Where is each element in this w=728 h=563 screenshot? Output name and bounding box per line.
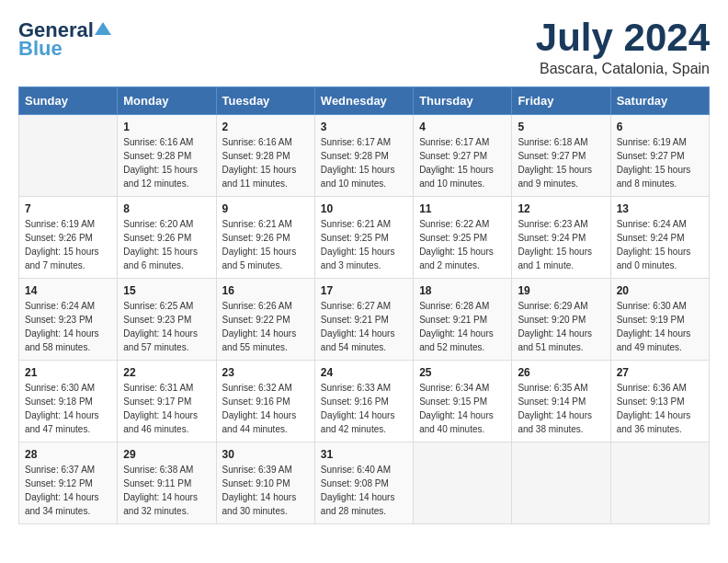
calendar-week-1: 1Sunrise: 6:16 AM Sunset: 9:28 PM Daylig… — [19, 115, 710, 197]
table-row: 24Sunrise: 6:33 AM Sunset: 9:16 PM Dayli… — [314, 361, 413, 442]
col-friday: Friday — [512, 87, 610, 115]
day-number: 11 — [419, 202, 506, 215]
day-number: 30 — [222, 448, 309, 461]
day-info: Sunrise: 6:30 AM Sunset: 9:19 PM Dayligh… — [617, 299, 703, 354]
table-row: 6Sunrise: 6:19 AM Sunset: 9:27 PM Daylig… — [610, 115, 709, 197]
header-row: Sunday Monday Tuesday Wednesday Thursday… — [19, 87, 710, 115]
col-monday: Monday — [118, 87, 216, 115]
day-info: Sunrise: 6:25 AM Sunset: 9:23 PM Dayligh… — [123, 299, 210, 354]
calendar-week-2: 7Sunrise: 6:19 AM Sunset: 9:26 PM Daylig… — [19, 197, 710, 279]
table-row: 22Sunrise: 6:31 AM Sunset: 9:17 PM Dayli… — [118, 361, 216, 442]
day-info: Sunrise: 6:35 AM Sunset: 9:14 PM Dayligh… — [518, 381, 604, 436]
table-row: 8Sunrise: 6:20 AM Sunset: 9:26 PM Daylig… — [118, 197, 216, 279]
day-info: Sunrise: 6:32 AM Sunset: 9:16 PM Dayligh… — [222, 381, 309, 436]
col-sunday: Sunday — [19, 87, 118, 115]
day-info: Sunrise: 6:21 AM Sunset: 9:26 PM Dayligh… — [222, 217, 309, 272]
day-number: 21 — [25, 366, 111, 379]
svg-marker-0 — [95, 22, 111, 35]
page-header: General Blue July 2024 Bascara, Cataloni… — [18, 18, 710, 77]
day-number: 17 — [321, 284, 407, 297]
day-number: 19 — [518, 284, 604, 297]
col-wednesday: Wednesday — [314, 87, 413, 115]
day-info: Sunrise: 6:28 AM Sunset: 9:21 PM Dayligh… — [419, 299, 506, 354]
day-number: 27 — [617, 366, 703, 379]
day-info: Sunrise: 6:29 AM Sunset: 9:20 PM Dayligh… — [518, 299, 604, 354]
table-row: 13Sunrise: 6:24 AM Sunset: 9:24 PM Dayli… — [610, 197, 709, 279]
day-number: 18 — [419, 284, 506, 297]
day-number: 23 — [222, 366, 309, 379]
day-number: 6 — [617, 121, 703, 133]
day-info: Sunrise: 6:26 AM Sunset: 9:22 PM Dayligh… — [222, 299, 309, 354]
table-row: 9Sunrise: 6:21 AM Sunset: 9:26 PM Daylig… — [216, 197, 314, 279]
day-number: 8 — [123, 202, 210, 215]
calendar-week-5: 28Sunrise: 6:37 AM Sunset: 9:12 PM Dayli… — [19, 442, 710, 524]
day-info: Sunrise: 6:17 AM Sunset: 9:28 PM Dayligh… — [321, 135, 407, 190]
day-info: Sunrise: 6:18 AM Sunset: 9:27 PM Dayligh… — [518, 135, 604, 190]
day-number: 25 — [419, 366, 506, 379]
table-row: 21Sunrise: 6:30 AM Sunset: 9:18 PM Dayli… — [19, 361, 118, 442]
table-row: 2Sunrise: 6:16 AM Sunset: 9:28 PM Daylig… — [216, 115, 314, 197]
day-info: Sunrise: 6:16 AM Sunset: 9:28 PM Dayligh… — [222, 135, 309, 190]
day-info: Sunrise: 6:17 AM Sunset: 9:27 PM Dayligh… — [419, 135, 506, 190]
table-row: 12Sunrise: 6:23 AM Sunset: 9:24 PM Dayli… — [512, 197, 610, 279]
day-number: 24 — [321, 366, 407, 379]
day-number: 13 — [617, 202, 703, 215]
day-number: 5 — [518, 121, 604, 133]
title-block: July 2024 Bascara, Catalonia, Spain — [536, 18, 710, 77]
day-info: Sunrise: 6:24 AM Sunset: 9:23 PM Dayligh… — [25, 299, 111, 354]
table-row: 11Sunrise: 6:22 AM Sunset: 9:25 PM Dayli… — [414, 197, 512, 279]
table-row: 26Sunrise: 6:35 AM Sunset: 9:14 PM Dayli… — [512, 361, 610, 442]
col-saturday: Saturday — [610, 87, 709, 115]
day-info: Sunrise: 6:34 AM Sunset: 9:15 PM Dayligh… — [419, 381, 506, 436]
table-row: 4Sunrise: 6:17 AM Sunset: 9:27 PM Daylig… — [414, 115, 512, 197]
day-info: Sunrise: 6:22 AM Sunset: 9:25 PM Dayligh… — [419, 217, 506, 272]
day-info: Sunrise: 6:20 AM Sunset: 9:26 PM Dayligh… — [123, 217, 210, 272]
logo-icon — [95, 20, 111, 37]
day-number: 20 — [617, 284, 703, 297]
day-number: 2 — [222, 121, 309, 133]
day-number: 16 — [222, 284, 309, 297]
table-row: 31Sunrise: 6:40 AM Sunset: 9:08 PM Dayli… — [314, 442, 413, 524]
day-number: 31 — [321, 448, 407, 461]
table-row — [512, 442, 610, 524]
table-row: 5Sunrise: 6:18 AM Sunset: 9:27 PM Daylig… — [512, 115, 610, 197]
day-info: Sunrise: 6:40 AM Sunset: 9:08 PM Dayligh… — [321, 463, 407, 518]
calendar-week-4: 21Sunrise: 6:30 AM Sunset: 9:18 PM Dayli… — [19, 361, 710, 442]
table-row — [19, 115, 118, 197]
day-info: Sunrise: 6:30 AM Sunset: 9:18 PM Dayligh… — [25, 381, 111, 436]
day-info: Sunrise: 6:21 AM Sunset: 9:25 PM Dayligh… — [321, 217, 407, 272]
day-number: 4 — [419, 121, 506, 133]
day-info: Sunrise: 6:27 AM Sunset: 9:21 PM Dayligh… — [321, 299, 407, 354]
table-row — [414, 442, 512, 524]
day-number: 9 — [222, 202, 309, 215]
table-row: 20Sunrise: 6:30 AM Sunset: 9:19 PM Dayli… — [610, 279, 709, 361]
table-row: 25Sunrise: 6:34 AM Sunset: 9:15 PM Dayli… — [414, 361, 512, 442]
day-info: Sunrise: 6:37 AM Sunset: 9:12 PM Dayligh… — [25, 463, 111, 518]
col-tuesday: Tuesday — [216, 87, 314, 115]
day-info: Sunrise: 6:19 AM Sunset: 9:27 PM Dayligh… — [617, 135, 703, 190]
day-info: Sunrise: 6:23 AM Sunset: 9:24 PM Dayligh… — [518, 217, 604, 272]
day-number: 1 — [123, 121, 210, 133]
day-info: Sunrise: 6:16 AM Sunset: 9:28 PM Dayligh… — [123, 135, 210, 190]
logo: General Blue — [18, 18, 111, 61]
day-info: Sunrise: 6:39 AM Sunset: 9:10 PM Dayligh… — [222, 463, 309, 518]
table-row: 18Sunrise: 6:28 AM Sunset: 9:21 PM Dayli… — [414, 279, 512, 361]
day-number: 29 — [123, 448, 210, 461]
day-info: Sunrise: 6:33 AM Sunset: 9:16 PM Dayligh… — [321, 381, 407, 436]
location: Bascara, Catalonia, Spain — [536, 61, 710, 77]
table-row: 30Sunrise: 6:39 AM Sunset: 9:10 PM Dayli… — [216, 442, 314, 524]
calendar-week-3: 14Sunrise: 6:24 AM Sunset: 9:23 PM Dayli… — [19, 279, 710, 361]
day-number: 7 — [25, 202, 111, 215]
table-row: 1Sunrise: 6:16 AM Sunset: 9:28 PM Daylig… — [118, 115, 216, 197]
day-info: Sunrise: 6:36 AM Sunset: 9:13 PM Dayligh… — [617, 381, 703, 436]
table-row: 29Sunrise: 6:38 AM Sunset: 9:11 PM Dayli… — [118, 442, 216, 524]
day-number: 10 — [321, 202, 407, 215]
day-info: Sunrise: 6:38 AM Sunset: 9:11 PM Dayligh… — [123, 463, 210, 518]
table-row: 23Sunrise: 6:32 AM Sunset: 9:16 PM Dayli… — [216, 361, 314, 442]
day-number: 22 — [123, 366, 210, 379]
day-info: Sunrise: 6:19 AM Sunset: 9:26 PM Dayligh… — [25, 217, 111, 272]
table-row: 14Sunrise: 6:24 AM Sunset: 9:23 PM Dayli… — [19, 279, 118, 361]
day-number: 3 — [321, 121, 407, 133]
table-row: 19Sunrise: 6:29 AM Sunset: 9:20 PM Dayli… — [512, 279, 610, 361]
day-number: 28 — [25, 448, 111, 461]
